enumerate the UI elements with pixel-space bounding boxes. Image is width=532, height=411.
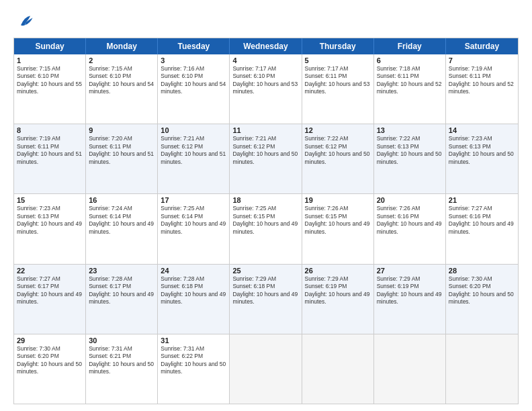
day-number: 3 bbox=[161, 56, 226, 64]
day-number: 22 bbox=[17, 267, 83, 275]
day-number: 30 bbox=[89, 336, 154, 345]
cell-info: Sunrise: 7:30 AMSunset: 6:20 PMDaylight:… bbox=[449, 275, 515, 306]
cell-info: Sunrise: 7:25 AMSunset: 6:14 PMDaylight:… bbox=[161, 205, 226, 236]
cell-info: Sunrise: 7:21 AMSunset: 6:12 PMDaylight:… bbox=[161, 135, 226, 166]
cell-info: Sunrise: 7:29 AMSunset: 6:18 PMDaylight:… bbox=[232, 275, 298, 306]
cell-info: Sunrise: 7:29 AMSunset: 6:19 PMDaylight:… bbox=[377, 275, 443, 306]
calendar-cell: 26Sunrise: 7:29 AMSunset: 6:19 PMDayligh… bbox=[302, 265, 374, 334]
calendar-cell: 18Sunrise: 7:25 AMSunset: 6:15 PMDayligh… bbox=[230, 194, 302, 263]
header-day-monday: Monday bbox=[86, 38, 158, 54]
calendar-cell: 5Sunrise: 7:17 AMSunset: 6:11 PMDaylight… bbox=[302, 54, 374, 124]
day-number: 12 bbox=[305, 126, 371, 134]
cell-info: Sunrise: 7:28 AMSunset: 6:17 PMDaylight:… bbox=[89, 275, 154, 306]
cell-info: Sunrise: 7:23 AMSunset: 6:13 PMDaylight:… bbox=[17, 205, 83, 236]
calendar-cell: 9Sunrise: 7:20 AMSunset: 6:11 PMDaylight… bbox=[86, 124, 158, 193]
day-number: 18 bbox=[232, 196, 298, 204]
calendar-cell bbox=[302, 334, 374, 404]
calendar-row-5: 29Sunrise: 7:30 AMSunset: 6:20 PMDayligh… bbox=[14, 334, 518, 404]
header-day-wednesday: Wednesday bbox=[230, 38, 302, 54]
calendar-cell: 17Sunrise: 7:25 AMSunset: 6:14 PMDayligh… bbox=[158, 194, 230, 263]
day-number: 25 bbox=[232, 267, 298, 275]
calendar-cell: 1Sunrise: 7:15 AMSunset: 6:10 PMDaylight… bbox=[14, 54, 86, 124]
cell-info: Sunrise: 7:21 AMSunset: 6:12 PMDaylight:… bbox=[232, 135, 298, 166]
calendar-cell: 10Sunrise: 7:21 AMSunset: 6:12 PMDayligh… bbox=[158, 124, 230, 193]
calendar-cell: 7Sunrise: 7:19 AMSunset: 6:11 PMDaylight… bbox=[446, 54, 518, 124]
header-day-tuesday: Tuesday bbox=[158, 38, 230, 54]
day-number: 16 bbox=[89, 196, 154, 204]
calendar-cell: 2Sunrise: 7:15 AMSunset: 6:10 PMDaylight… bbox=[86, 54, 158, 124]
calendar-row-4: 22Sunrise: 7:27 AMSunset: 6:17 PMDayligh… bbox=[14, 264, 518, 334]
calendar-cell: 16Sunrise: 7:24 AMSunset: 6:14 PMDayligh… bbox=[86, 194, 158, 263]
cell-info: Sunrise: 7:23 AMSunset: 6:13 PMDaylight:… bbox=[449, 135, 515, 166]
calendar-cell: 30Sunrise: 7:31 AMSunset: 6:21 PMDayligh… bbox=[86, 334, 158, 404]
cell-info: Sunrise: 7:24 AMSunset: 6:14 PMDaylight:… bbox=[89, 205, 154, 236]
day-number: 11 bbox=[232, 126, 298, 134]
calendar-cell bbox=[374, 334, 446, 404]
cell-info: Sunrise: 7:29 AMSunset: 6:19 PMDaylight:… bbox=[305, 275, 371, 306]
calendar-cell: 4Sunrise: 7:17 AMSunset: 6:10 PMDaylight… bbox=[230, 54, 302, 124]
calendar-cell: 28Sunrise: 7:30 AMSunset: 6:20 PMDayligh… bbox=[446, 265, 518, 334]
header-day-sunday: Sunday bbox=[14, 38, 86, 54]
calendar-cell: 14Sunrise: 7:23 AMSunset: 6:13 PMDayligh… bbox=[446, 124, 518, 193]
calendar-cell: 3Sunrise: 7:16 AMSunset: 6:10 PMDaylight… bbox=[158, 54, 230, 124]
cell-info: Sunrise: 7:17 AMSunset: 6:11 PMDaylight:… bbox=[305, 65, 371, 96]
cell-info: Sunrise: 7:19 AMSunset: 6:11 PMDaylight:… bbox=[17, 135, 83, 166]
calendar-cell: 24Sunrise: 7:28 AMSunset: 6:18 PMDayligh… bbox=[158, 265, 230, 334]
day-number: 28 bbox=[449, 267, 515, 275]
calendar-cell: 25Sunrise: 7:29 AMSunset: 6:18 PMDayligh… bbox=[230, 265, 302, 334]
cell-info: Sunrise: 7:20 AMSunset: 6:11 PMDaylight:… bbox=[89, 135, 154, 166]
day-number: 27 bbox=[377, 267, 443, 275]
calendar-cell: 12Sunrise: 7:22 AMSunset: 6:12 PMDayligh… bbox=[302, 124, 374, 193]
cell-info: Sunrise: 7:31 AMSunset: 6:22 PMDaylight:… bbox=[161, 345, 226, 376]
day-number: 6 bbox=[377, 56, 443, 64]
calendar-row-3: 15Sunrise: 7:23 AMSunset: 6:13 PMDayligh… bbox=[14, 193, 518, 263]
day-number: 13 bbox=[377, 126, 443, 134]
cell-info: Sunrise: 7:22 AMSunset: 6:13 PMDaylight:… bbox=[377, 135, 443, 166]
cell-info: Sunrise: 7:31 AMSunset: 6:21 PMDaylight:… bbox=[89, 345, 154, 376]
cell-info: Sunrise: 7:16 AMSunset: 6:10 PMDaylight:… bbox=[161, 65, 226, 96]
calendar-body: 1Sunrise: 7:15 AMSunset: 6:10 PMDaylight… bbox=[14, 54, 518, 404]
calendar-header: SundayMondayTuesdayWednesdayThursdayFrid… bbox=[14, 38, 518, 54]
day-number: 5 bbox=[305, 56, 371, 64]
calendar-cell bbox=[230, 334, 302, 404]
day-number: 15 bbox=[17, 196, 83, 204]
cell-info: Sunrise: 7:17 AMSunset: 6:10 PMDaylight:… bbox=[232, 65, 298, 96]
day-number: 17 bbox=[161, 196, 226, 204]
day-number: 21 bbox=[449, 196, 515, 204]
cell-info: Sunrise: 7:26 AMSunset: 6:15 PMDaylight:… bbox=[305, 205, 371, 236]
day-number: 29 bbox=[17, 336, 83, 345]
day-number: 23 bbox=[89, 267, 154, 275]
cell-info: Sunrise: 7:15 AMSunset: 6:10 PMDaylight:… bbox=[89, 65, 154, 96]
cell-info: Sunrise: 7:18 AMSunset: 6:11 PMDaylight:… bbox=[377, 65, 443, 96]
calendar-cell: 27Sunrise: 7:29 AMSunset: 6:19 PMDayligh… bbox=[374, 265, 446, 334]
calendar-cell bbox=[446, 334, 518, 404]
cell-info: Sunrise: 7:28 AMSunset: 6:18 PMDaylight:… bbox=[161, 275, 226, 306]
day-number: 19 bbox=[305, 196, 371, 204]
calendar-row-1: 1Sunrise: 7:15 AMSunset: 6:10 PMDaylight… bbox=[14, 54, 518, 124]
cell-info: Sunrise: 7:19 AMSunset: 6:11 PMDaylight:… bbox=[449, 65, 515, 96]
day-number: 9 bbox=[89, 126, 154, 134]
cell-info: Sunrise: 7:30 AMSunset: 6:20 PMDaylight:… bbox=[17, 345, 83, 376]
calendar-cell: 6Sunrise: 7:18 AMSunset: 6:11 PMDaylight… bbox=[374, 54, 446, 124]
cell-info: Sunrise: 7:27 AMSunset: 6:17 PMDaylight:… bbox=[17, 275, 83, 306]
logo-bird-icon bbox=[16, 12, 35, 31]
page: SundayMondayTuesdayWednesdayThursdayFrid… bbox=[0, 0, 532, 411]
calendar-cell: 21Sunrise: 7:27 AMSunset: 6:16 PMDayligh… bbox=[446, 194, 518, 263]
calendar-cell: 11Sunrise: 7:21 AMSunset: 6:12 PMDayligh… bbox=[230, 124, 302, 193]
calendar-cell: 29Sunrise: 7:30 AMSunset: 6:20 PMDayligh… bbox=[14, 334, 86, 404]
header-day-friday: Friday bbox=[374, 38, 446, 54]
calendar-cell: 23Sunrise: 7:28 AMSunset: 6:17 PMDayligh… bbox=[86, 265, 158, 334]
header-day-thursday: Thursday bbox=[302, 38, 374, 54]
calendar-cell: 8Sunrise: 7:19 AMSunset: 6:11 PMDaylight… bbox=[14, 124, 86, 193]
day-number: 8 bbox=[17, 126, 83, 134]
header bbox=[13, 12, 519, 31]
day-number: 10 bbox=[161, 126, 226, 134]
calendar-cell: 13Sunrise: 7:22 AMSunset: 6:13 PMDayligh… bbox=[374, 124, 446, 193]
calendar-cell: 31Sunrise: 7:31 AMSunset: 6:22 PMDayligh… bbox=[158, 334, 230, 404]
header-day-saturday: Saturday bbox=[446, 38, 518, 54]
day-number: 2 bbox=[89, 56, 154, 64]
calendar-cell: 15Sunrise: 7:23 AMSunset: 6:13 PMDayligh… bbox=[14, 194, 86, 263]
cell-info: Sunrise: 7:25 AMSunset: 6:15 PMDaylight:… bbox=[232, 205, 298, 236]
day-number: 31 bbox=[161, 336, 226, 345]
logo bbox=[13, 12, 35, 31]
